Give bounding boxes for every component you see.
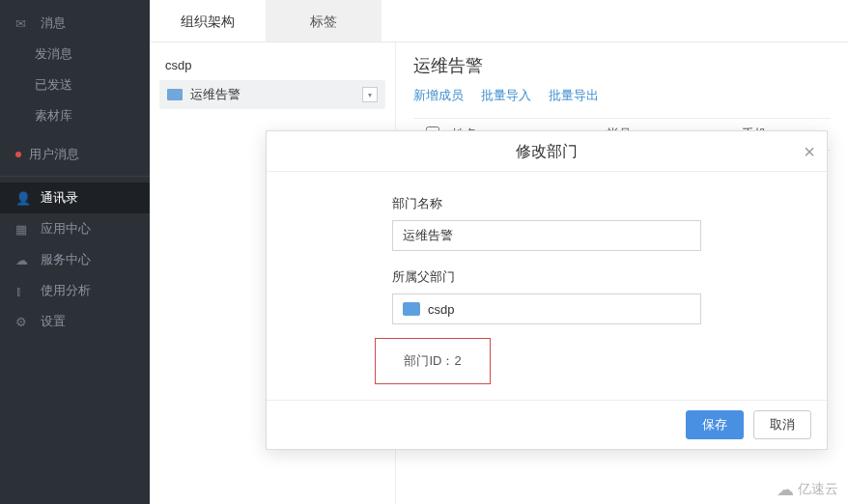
divider (0, 176, 150, 177)
action-bulk-import[interactable]: 批量导入 (481, 87, 531, 104)
tree-root[interactable]: csdp (159, 58, 385, 72)
action-bar: 新增成员 批量导入 批量导出 (413, 87, 831, 104)
gear-icon: ⚙ (15, 315, 29, 329)
watermark: ☁ 亿速云 (777, 479, 838, 500)
sidebar-item-services[interactable]: ☁ 服务中心 (0, 244, 150, 275)
parent-dept-label: 所属父部门 (392, 268, 827, 286)
dept-name-label: 部门名称 (392, 195, 827, 212)
edit-dept-modal: 修改部门 × 部门名称 所属父部门 csdp 部门ID：2 保存 取消 (266, 130, 828, 450)
modal-header: 修改部门 × (267, 131, 827, 172)
folder-icon (403, 302, 420, 316)
sidebar: ✉ 消息 发消息 已发送 素材库 用户消息 👤 通讯录 ▦ 应用中心 ☁ 服务中… (0, 0, 150, 504)
action-bulk-export[interactable]: 批量导出 (549, 87, 599, 104)
dept-id-text: 部门ID：2 (404, 352, 461, 370)
cloud-icon: ☁ (15, 253, 29, 267)
sidebar-item-send[interactable]: 发消息 (0, 39, 150, 70)
dept-id-box: 部门ID：2 (375, 338, 491, 384)
tree-node[interactable]: 运维告警 ▾ (159, 80, 385, 109)
cancel-button[interactable]: 取消 (753, 410, 811, 439)
modal-title: 修改部门 (516, 143, 578, 159)
action-add-member[interactable]: 新增成员 (413, 87, 464, 104)
modal-footer: 保存 取消 (267, 400, 827, 449)
sidebar-item-settings[interactable]: ⚙ 设置 (0, 306, 150, 337)
tab-org[interactable]: 组织架构 (150, 0, 266, 42)
sidebar-item-apps[interactable]: ▦ 应用中心 (0, 213, 150, 244)
dept-name-input[interactable] (403, 229, 691, 243)
user-icon: 👤 (15, 191, 29, 206)
sidebar-item-analytics[interactable]: ⫿ 使用分析 (0, 275, 150, 306)
save-button[interactable]: 保存 (686, 410, 744, 439)
cloud-icon: ☁ (777, 479, 794, 500)
parent-dept-field[interactable]: csdp (392, 294, 701, 324)
grid-icon: ▦ (15, 222, 29, 237)
close-icon[interactable]: × (804, 131, 815, 172)
notification-dot-icon (15, 152, 21, 157)
folder-icon (167, 89, 183, 100)
page-title: 运维告警 (413, 54, 831, 77)
dropdown-icon[interactable]: ▾ (362, 87, 378, 102)
sidebar-item-userinfo[interactable]: 用户消息 (0, 139, 150, 170)
tabs: 组织架构 标签 (150, 0, 848, 42)
message-icon: ✉ (15, 16, 29, 31)
sidebar-group-messages[interactable]: ✉ 消息 (0, 8, 150, 39)
sidebar-item-contacts[interactable]: 👤 通讯录 (0, 182, 150, 213)
tab-tags[interactable]: 标签 (266, 0, 382, 42)
sidebar-item-sent[interactable]: 已发送 (0, 70, 150, 100)
dept-name-field[interactable] (392, 220, 701, 251)
chart-icon: ⫿ (15, 284, 29, 298)
sidebar-label: 消息 (41, 14, 66, 32)
sidebar-item-assets[interactable]: 素材库 (0, 100, 150, 131)
